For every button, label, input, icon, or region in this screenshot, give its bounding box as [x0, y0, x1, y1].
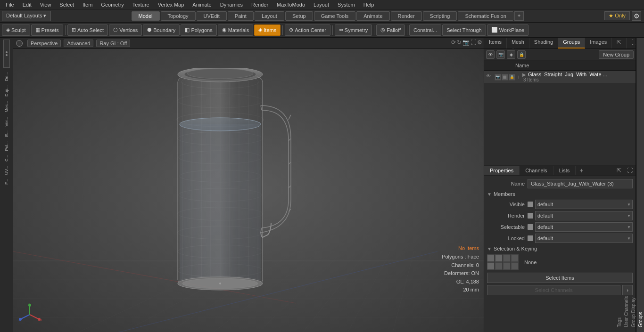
- vtab-user-channels[interactable]: User Channels: [623, 38, 630, 332]
- svg-line-8: [296, 251, 367, 332]
- tab-images[interactable]: Images: [585, 38, 612, 49]
- vp-icon-refresh[interactable]: ↻: [457, 39, 462, 46]
- left-tab-mes[interactable]: Mes...: [3, 99, 10, 114]
- left-tab-ver[interactable]: Ver...: [3, 115, 10, 129]
- props-tab-add[interactable]: +: [576, 165, 587, 176]
- materials-btn[interactable]: ◉ Materials: [218, 24, 254, 36]
- left-tab-c[interactable]: C...: [3, 153, 10, 163]
- menu-select[interactable]: Select: [56, 1, 78, 8]
- items-btn[interactable]: ◈ Items: [254, 24, 281, 36]
- props-tab-properties[interactable]: Properties: [484, 166, 520, 175]
- menu-view[interactable]: View: [36, 1, 55, 8]
- tab-mesh[interactable]: Mesh ...: [507, 38, 529, 49]
- left-tab-f[interactable]: F...: [3, 177, 10, 186]
- render-icon[interactable]: ◈: [507, 50, 515, 59]
- mode-tab-paint[interactable]: Paint: [228, 11, 254, 21]
- sculpt-btn[interactable]: ◈ Sculpt: [2, 24, 30, 36]
- tab-groups[interactable]: Groups: [558, 38, 585, 49]
- vp-icon-fullscreen[interactable]: ⛶: [471, 39, 476, 46]
- eye-icon[interactable]: 👁: [486, 50, 495, 59]
- tab-items[interactable]: Items: [484, 38, 507, 49]
- menu-layout[interactable]: Layout: [310, 1, 333, 8]
- tab-shading[interactable]: Shading: [529, 38, 558, 49]
- mode-tab-scripting[interactable]: Scripting: [423, 11, 457, 21]
- right-panel-tabs: Items Mesh ... Shading Groups Images ⇱ ⛶: [484, 38, 636, 49]
- action-center-btn[interactable]: ⊕ Action Center: [285, 24, 330, 36]
- props-tab-lists[interactable]: Lists: [553, 166, 576, 175]
- menu-animate[interactable]: Animate: [189, 1, 215, 8]
- menu-dynamics[interactable]: Dynamics: [216, 1, 247, 8]
- select-channels-button[interactable]: Select Channels: [487, 285, 620, 295]
- left-tab-de[interactable]: De...: [3, 70, 10, 83]
- viewport-ray-gl[interactable]: Ray GL: Off: [96, 40, 130, 47]
- menu-system[interactable]: System: [334, 1, 359, 8]
- viewport-mode[interactable]: Perspective: [27, 40, 61, 47]
- boundary-btn[interactable]: ⬢ Boundary: [143, 24, 180, 36]
- settings-icon[interactable]: ⚙: [632, 11, 641, 21]
- viewport-dot[interactable]: [16, 40, 23, 47]
- left-sidebar-toggle[interactable]: [3, 40, 10, 68]
- svg-line-50: [30, 315, 39, 319]
- svg-point-48: [187, 68, 253, 78]
- camera-icon[interactable]: 📷: [496, 50, 505, 59]
- menu-item[interactable]: Item: [79, 1, 96, 8]
- auto-select-btn[interactable]: ⊞ Auto Select: [67, 24, 108, 36]
- vp-icon-orbit[interactable]: ⟳: [451, 39, 456, 46]
- group-eye-icon[interactable]: 👁: [486, 73, 494, 81]
- select-items-button[interactable]: Select Items: [487, 273, 633, 283]
- work-plane-btn[interactable]: ⬜ WorkPlane: [487, 24, 529, 36]
- mode-tab-model[interactable]: Model: [132, 11, 160, 21]
- constraint-btn[interactable]: Constrai...: [409, 24, 441, 36]
- mode-tab-topology[interactable]: Topology: [161, 11, 196, 21]
- mode-tab-animate[interactable]: Animate: [356, 11, 389, 21]
- viewport-shading[interactable]: Advanced: [64, 40, 93, 47]
- menu-maxtomodo[interactable]: MaxToModo: [273, 1, 309, 8]
- vtab-group-display[interactable]: Group Display: [630, 38, 637, 332]
- menu-texture[interactable]: Texture: [129, 1, 153, 8]
- left-tab-uv[interactable]: UV...: [3, 164, 10, 177]
- vertices-btn[interactable]: ⬡ Vertices: [109, 24, 142, 36]
- mode-tab-game-tools[interactable]: Game Tools: [314, 11, 356, 21]
- menu-edit[interactable]: Edit: [19, 1, 35, 8]
- menu-render[interactable]: Render: [248, 1, 272, 8]
- menu-file[interactable]: File: [2, 1, 18, 8]
- mode-tab-uvedit[interactable]: UVEdit: [197, 11, 227, 21]
- falloff-btn[interactable]: ◎ Falloff: [376, 24, 405, 36]
- left-tab-dup[interactable]: Dup...: [3, 83, 10, 98]
- select-through-btn[interactable]: Select Through: [442, 24, 486, 36]
- presets-icon: ▦: [35, 27, 40, 33]
- name-column-header: Name: [515, 63, 529, 68]
- mode-tab-layout[interactable]: Layout: [255, 11, 284, 21]
- menu-geometry[interactable]: Geometry: [97, 1, 127, 8]
- vtab-tags[interactable]: Tags: [616, 38, 623, 332]
- left-tab-e[interactable]: E...: [3, 129, 10, 139]
- group-icon-sm1[interactable]: 📷: [495, 74, 501, 81]
- group-item[interactable]: 👁 📷 ▤ 🔒 + ▶ Glass_Straight_Jug_With_Wate…: [484, 71, 636, 84]
- presets-btn[interactable]: ▦ Presets: [31, 24, 63, 36]
- polygons-btn[interactable]: ◧ Polygons: [181, 24, 216, 36]
- props-tab-channels[interactable]: Channels: [520, 166, 553, 175]
- vp-icon-settings[interactable]: ⚙: [477, 39, 482, 46]
- left-tab-pol[interactable]: Pol...: [3, 139, 10, 153]
- vtab-groups[interactable]: Groups: [637, 38, 644, 332]
- viewport-canvas[interactable]: No Items Polygons : Face Channels: 0 Def…: [13, 49, 484, 332]
- group-icon-sm3[interactable]: 🔒: [509, 74, 515, 81]
- selectable-label: Selectable: [487, 224, 525, 230]
- menu-vertex-map[interactable]: Vertex Map: [154, 1, 188, 8]
- mode-tab-schematic[interactable]: Schematic Fusion: [458, 11, 513, 21]
- mode-tab-add[interactable]: +: [514, 11, 524, 21]
- lock-icon[interactable]: 🔒: [517, 50, 526, 59]
- star-only[interactable]: ★ Only: [604, 11, 630, 20]
- symmetry-btn[interactable]: ⇔ Symmetry: [335, 24, 372, 36]
- members-section[interactable]: ▼ Members: [487, 191, 633, 197]
- layout-select[interactable]: Default Layouts ▾: [2, 11, 51, 21]
- group-icon-sm2[interactable]: ▤: [502, 74, 508, 81]
- mode-tab-setup[interactable]: Setup: [285, 11, 313, 21]
- menu-help[interactable]: Help: [360, 1, 378, 8]
- vp-icon-camera[interactable]: 📷: [462, 39, 470, 46]
- auto-select-icon: ⊞: [72, 27, 76, 33]
- group-expand-icon[interactable]: +: [517, 74, 520, 81]
- sel-keying-section[interactable]: ▼ Selection & Keying: [487, 246, 633, 251]
- mode-tab-render[interactable]: Render: [391, 11, 422, 21]
- viewport[interactable]: Perspective Advanced Ray GL: Off ⟳ ↻ 📷 ⛶…: [13, 38, 484, 332]
